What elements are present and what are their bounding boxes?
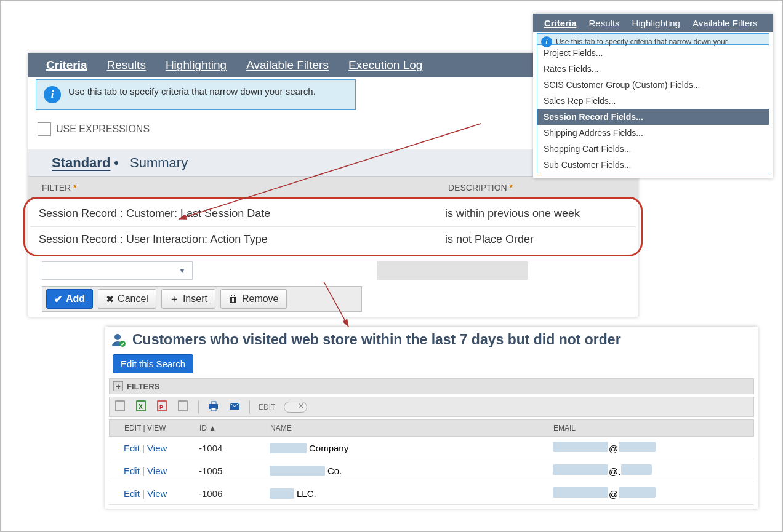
email-icon[interactable] <box>228 400 241 414</box>
info-icon: i <box>44 86 61 103</box>
redacted <box>553 464 608 475</box>
description-cell: is not Place Order <box>445 233 534 246</box>
tab-results[interactable]: Results <box>97 53 156 77</box>
name-cell: Co. <box>270 466 553 476</box>
list-item[interactable]: Rates Fields... <box>537 61 769 77</box>
tab-highlighting[interactable]: Highlighting <box>156 53 236 77</box>
svg-text:X: X <box>139 403 143 410</box>
tab-available-filters[interactable]: Available Filters <box>236 53 339 77</box>
tab-available-filters[interactable]: Available Filters <box>686 14 764 32</box>
redacted <box>619 442 656 452</box>
edit-link[interactable]: Edit <box>124 443 140 453</box>
tab-label: Execution Log <box>348 58 422 72</box>
tab-execution-log[interactable]: Execution Log <box>339 53 432 77</box>
tab-criteria[interactable]: Criteria <box>36 53 97 77</box>
tab-label: Criteria <box>46 58 87 72</box>
name-cell: Company <box>270 443 553 453</box>
list-item[interactable]: Shopping Cart Fields... <box>537 141 769 157</box>
view-link[interactable]: View <box>147 466 167 476</box>
tab-label: Criteria <box>544 18 577 28</box>
filters-label: FILTERS <box>127 382 159 391</box>
customer-icon <box>111 333 126 347</box>
subtab-summary[interactable]: Summary <box>119 155 199 171</box>
tab-results[interactable]: Results <box>583 14 626 32</box>
table-row: Edit | View -1006 LLC. @ <box>109 482 754 505</box>
redacted <box>553 487 608 498</box>
name-cell: LLC. <box>270 488 553 499</box>
export-pdf-icon[interactable]: P <box>156 400 169 414</box>
col-email[interactable]: EMAIL <box>553 424 750 432</box>
redacted <box>270 466 325 476</box>
id-cell: -1005 <box>199 466 270 476</box>
tab-criteria[interactable]: Criteria <box>538 14 583 32</box>
info-text-short: Use this tab to specify criteria that na… <box>556 38 728 46</box>
redacted <box>553 442 608 452</box>
chevron-down-icon: ▼ <box>179 266 186 275</box>
svg-rect-10 <box>211 408 216 411</box>
description-cell: is within previous one week <box>445 207 580 220</box>
subtab-standard[interactable]: Standard <box>41 155 121 171</box>
page-title: Customers who visited web store within t… <box>132 332 621 348</box>
subtab-label: Summary <box>130 155 188 170</box>
button-label: Cancel <box>118 293 148 304</box>
col-name[interactable]: NAME <box>270 424 553 432</box>
table-row: Edit | View -1004 Company @ <box>109 437 754 459</box>
list-item[interactable]: Project Fields... <box>537 45 769 61</box>
info-tooltip: i Use this tab to specify criteria that … <box>36 79 356 110</box>
print-icon[interactable] <box>207 400 220 414</box>
button-label: Remove <box>242 293 279 304</box>
col-filter: FILTER * <box>42 183 448 193</box>
export-doc-icon[interactable] <box>177 400 190 414</box>
list-item-selected[interactable]: Session Record Fields... <box>537 109 769 125</box>
export-toolbar: X P EDIT <box>109 397 754 417</box>
remove-button[interactable]: 🗑Remove <box>220 289 287 309</box>
plus-icon: ＋ <box>169 293 179 306</box>
dropdown-popup-panel: Criteria Results Highlighting Available … <box>533 14 773 178</box>
cancel-button[interactable]: ✖Cancel <box>98 289 156 309</box>
tab-label: Highlighting <box>166 58 227 72</box>
edit-link[interactable]: Edit <box>124 488 140 499</box>
tab-label: Highlighting <box>632 18 680 28</box>
list-item[interactable]: SCIS Customer Group (Custom) Fields... <box>537 77 769 93</box>
list-item[interactable]: Sub Customer Fields... <box>537 157 769 173</box>
field-dropdown-list[interactable]: Project Fields... Rates Fields... SCIS C… <box>537 44 769 173</box>
action-bar: ✔Add ✖Cancel ＋Insert 🗑Remove <box>42 286 362 312</box>
filter-rows-highlight: Session Record : Customer: Last Session … <box>23 197 643 256</box>
description-input-blank[interactable] <box>377 261 528 280</box>
export-excel-icon[interactable]: X <box>135 400 148 414</box>
tab-label: Results <box>589 18 620 28</box>
filters-expander[interactable]: + FILTERS <box>109 378 754 394</box>
check-icon: ✔ <box>54 293 62 305</box>
table-row[interactable]: Session Record : User Interaction: Actio… <box>30 227 636 252</box>
edit-link[interactable]: Edit <box>124 466 140 476</box>
view-link[interactable]: View <box>147 443 167 453</box>
email-cell: @ <box>553 487 750 499</box>
close-icon: ✖ <box>106 293 114 305</box>
dot-indicator: • <box>114 155 119 171</box>
subtab-label: Standard <box>52 155 110 170</box>
col-id[interactable]: ID ▲ <box>199 424 270 432</box>
list-item[interactable]: Shipping Address Fields... <box>537 125 769 141</box>
tab-label: Results <box>107 58 146 72</box>
table-row[interactable]: Session Record : Customer: Last Session … <box>30 201 636 227</box>
export-csv-icon[interactable] <box>114 400 127 414</box>
redacted <box>270 443 307 453</box>
svg-point-1 <box>119 341 126 347</box>
info-text: Use this tab to specify criteria that na… <box>68 86 316 97</box>
svg-point-0 <box>114 334 121 340</box>
sort-asc-icon: ▲ <box>209 424 216 432</box>
col-description: DESCRIPTION * <box>448 183 513 193</box>
insert-button[interactable]: ＋Insert <box>161 289 215 309</box>
use-expressions-checkbox[interactable] <box>38 122 51 136</box>
add-button[interactable]: ✔Add <box>46 289 93 309</box>
email-cell: @. <box>553 464 750 477</box>
list-item[interactable]: Sales Rep Fields... <box>537 93 769 109</box>
edit-toggle[interactable] <box>284 402 307 413</box>
edit-search-button[interactable]: Edit this Search <box>113 354 193 373</box>
button-label: Insert <box>183 293 207 304</box>
edit-toggle-label: EDIT <box>259 403 275 411</box>
tab-highlighting[interactable]: Highlighting <box>626 14 686 32</box>
view-link[interactable]: View <box>147 488 167 499</box>
svg-rect-2 <box>116 401 124 411</box>
filter-dropdown[interactable]: ▼ <box>42 261 193 280</box>
